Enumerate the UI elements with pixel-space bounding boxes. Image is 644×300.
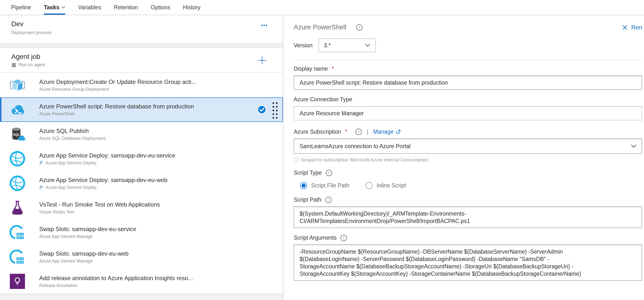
display-name-input[interactable]: Azure PowerShell script: Restore databas… xyxy=(294,76,642,90)
subscription-select[interactable]: SamLearnsAzure connection to Azure Porta… xyxy=(294,139,642,154)
task-subtitle: Azure PowerShell xyxy=(39,111,74,117)
script-path-input[interactable]: $(System.DefaultWorkingDirectory)/_ARMTe… xyxy=(294,206,642,228)
agent-job-subtitle: Run on agent xyxy=(19,62,45,68)
required-asterisk: * xyxy=(345,129,347,135)
drag-handle[interactable] xyxy=(271,101,278,119)
selected-check-icon xyxy=(258,105,266,114)
task-title: VsTest - Run Smoke Test on Web Applicati… xyxy=(39,201,160,208)
task-subtitle: Azure App Service Deploy xyxy=(45,160,96,166)
task-subtitle: Visual Studio Test xyxy=(39,209,74,215)
task-title: Azure PowerShell script: Restore databas… xyxy=(39,103,194,110)
script-arguments-label: Script Arguments xyxy=(294,234,336,241)
task-subtitle: Azure SQL Database Deployment xyxy=(39,136,106,141)
stage-subtitle: Deployment process xyxy=(11,30,283,35)
release-annotation-icon xyxy=(9,273,26,289)
task-title: Azure App Service Deploy: samsapp-dev-eu… xyxy=(39,177,168,183)
info-icon[interactable]: i xyxy=(326,170,332,176)
task-subtitle: Azure Resource Group Deployment xyxy=(39,87,109,92)
task-title: Swap Slots: samsapp-dev-eu-service xyxy=(39,226,136,232)
resource-group-icon xyxy=(9,77,26,93)
plus-icon xyxy=(258,56,267,65)
script-arguments-value: -ResourceGroupName $(ResourceGroupName) … xyxy=(300,248,581,277)
info-icon[interactable]: i xyxy=(325,197,332,203)
task-row[interactable]: Azure App Service Deploy: samsapp-dev-eu… xyxy=(0,146,283,171)
task-title: Azure App Service Deploy: samsapp-dev-eu… xyxy=(39,152,175,159)
display-name-label: Display name xyxy=(294,66,328,72)
task-type-title: Azure PowerShell xyxy=(294,24,346,31)
info-icon[interactable]: i xyxy=(356,24,362,31)
azure-powershell-icon xyxy=(9,102,26,118)
stage-card: Dev Deployment process ••• xyxy=(0,15,283,44)
nav-tasks[interactable]: Tasks xyxy=(44,0,66,15)
remove-label: Ren xyxy=(631,24,642,31)
radio-label: Script File Path xyxy=(311,182,349,189)
radio-circle xyxy=(300,182,307,189)
app-service-manage-icon xyxy=(9,224,26,240)
radio-script-file-path[interactable]: Script File Path xyxy=(300,182,349,189)
script-arguments-input[interactable]: -ResourceGroupName $(ResourceGroupName) … xyxy=(294,244,642,281)
scoped-note: Scoped to subscription 'Microsoft Azure … xyxy=(301,157,429,163)
preview-flag-icon xyxy=(39,161,44,165)
agent-icon xyxy=(11,63,16,68)
connection-type-label: Azure Connection Type xyxy=(294,96,352,103)
svg-text:SQL: SQL xyxy=(13,133,20,136)
app-service-deploy-icon xyxy=(9,151,26,167)
info-icon[interactable]: i xyxy=(356,129,362,135)
connection-type-value: Azure Resource Manager xyxy=(300,110,364,117)
task-row[interactable]: SQL Azure SQL Publish Azure SQL Database… xyxy=(0,122,283,146)
nav-history[interactable]: History xyxy=(183,0,200,15)
task-row[interactable]: Azure App Service Deploy: samsapp-dev-eu… xyxy=(0,171,283,195)
subscription-value: SamLearnsAzure connection to Azure Porta… xyxy=(300,143,410,150)
preview-flag-icon xyxy=(39,185,44,190)
task-title: Azure Deployment:Create Or Update Resour… xyxy=(39,79,196,85)
agent-job-title: Agent job xyxy=(11,53,283,61)
info-icon[interactable]: i xyxy=(340,235,347,241)
separator-pipe: | xyxy=(367,128,368,135)
task-subtitle: Azure App Service Manage xyxy=(39,258,93,264)
info-icon: i xyxy=(294,157,298,162)
task-row[interactable]: Add release annotation to Azure Applicat… xyxy=(0,269,283,294)
task-list: Agent job Run on agent Azure Deployment:… xyxy=(0,47,283,294)
chevron-down-icon xyxy=(62,6,65,9)
task-title: Add release annotation to Azure Applicat… xyxy=(39,275,193,281)
version-label: Version xyxy=(294,42,312,49)
nav-variables[interactable]: Variables xyxy=(78,0,101,15)
nav-pipeline[interactable]: Pipeline xyxy=(11,0,31,15)
radio-label: Inline Script xyxy=(376,182,406,189)
manage-link[interactable]: Manage xyxy=(373,129,401,135)
app-service-manage-icon xyxy=(9,249,26,265)
task-row[interactable]: Swap Slots: samsapp-dev-eu-web Azure App… xyxy=(0,244,283,269)
required-asterisk: * xyxy=(332,66,334,72)
nav-retention[interactable]: Retention xyxy=(114,0,138,15)
chevron-down-icon xyxy=(631,144,637,148)
top-navigation: Pipeline Tasks Variables Retention Optio… xyxy=(0,0,644,15)
task-row[interactable]: Azure Deployment:Create Or Update Resour… xyxy=(0,73,283,97)
vstest-flask-icon xyxy=(9,200,26,216)
app-service-deploy-icon xyxy=(9,175,26,191)
connection-type-input[interactable]: Azure Resource Manager xyxy=(294,106,642,120)
script-path-value: $(System.DefaultWorkingDirectory)/_ARMTe… xyxy=(300,210,470,224)
radio-circle xyxy=(366,182,372,189)
task-row-selected[interactable]: Azure PowerShell script: Restore databas… xyxy=(0,97,283,122)
task-subtitle: Azure App Service Manage xyxy=(39,234,93,239)
radio-inline-script[interactable]: Inline Script xyxy=(366,182,406,189)
script-path-label: Script Path xyxy=(294,196,322,203)
display-name-value: Azure PowerShell script: Restore databas… xyxy=(300,80,448,86)
task-row[interactable]: VsTest - Run Smoke Test on Web Applicati… xyxy=(0,195,283,220)
pipeline-tasks-panel: Dev Deployment process ••• Agent job Run… xyxy=(0,15,284,300)
add-task-button[interactable] xyxy=(258,56,267,66)
chevron-down-icon xyxy=(365,44,370,47)
external-link-icon xyxy=(396,129,401,134)
version-value: 3.* xyxy=(324,42,331,49)
section-divider xyxy=(294,60,642,60)
script-type-label: Script Type xyxy=(294,169,322,176)
subscription-label: Azure Subscription xyxy=(294,129,341,135)
stage-title: Dev xyxy=(11,20,283,28)
nav-options[interactable]: Options xyxy=(151,0,170,15)
agent-job-header[interactable]: Agent job Run on agent xyxy=(0,48,283,73)
task-row[interactable]: Swap Slots: samsapp-dev-eu-service Azure… xyxy=(0,220,283,244)
remove-button[interactable]: Ren xyxy=(622,24,642,31)
stage-more-menu-icon[interactable]: ••• xyxy=(261,23,268,28)
task-title: Swap Slots: samsapp-dev-eu-web xyxy=(39,250,128,257)
version-select[interactable]: 3.* xyxy=(318,39,376,52)
